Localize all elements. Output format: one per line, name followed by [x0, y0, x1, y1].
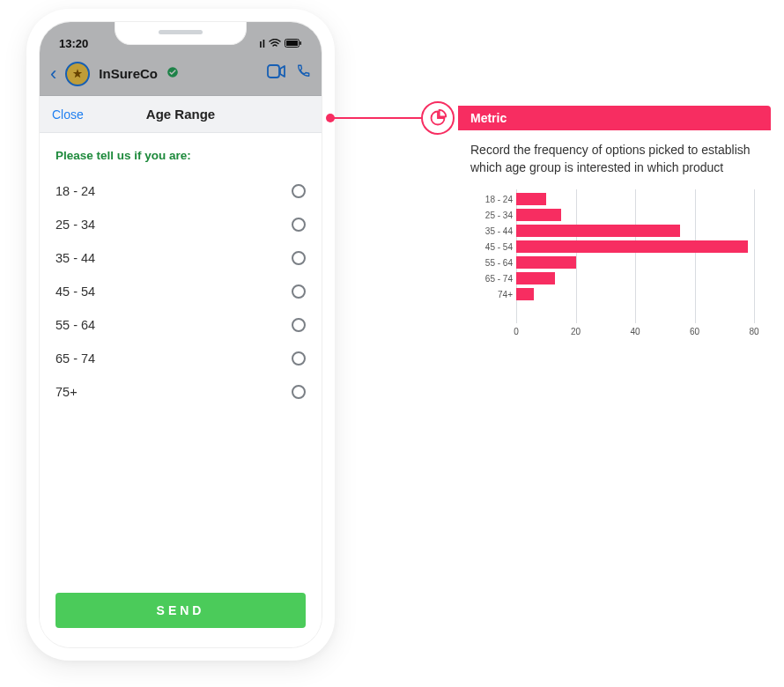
sheet-header: Close Age Range [40, 96, 322, 133]
chart-gridline [635, 189, 636, 323]
status-time: 13:20 [59, 37, 88, 50]
chart-plot-area [516, 189, 755, 323]
chart-x-tick: 80 [749, 326, 758, 339]
age-option[interactable]: 25 - 34 [55, 208, 306, 241]
age-option[interactable]: 35 - 44 [55, 241, 306, 275]
chart-y-tick: 25 - 34 [470, 210, 513, 223]
radio-icon[interactable] [292, 218, 306, 232]
metric-card-title: Metric [458, 106, 771, 130]
chart-y-tick: 65 - 74 [470, 273, 513, 286]
age-range-sheet: Close Age Range Please tell us if you ar… [40, 96, 322, 647]
phone-screen: 13:20 ıl ‹ InSureCo [39, 21, 322, 648]
metric-card-description: Record the frequency of options picked t… [470, 141, 758, 177]
svg-rect-1 [286, 41, 298, 46]
age-frequency-chart: 02040608018 - 2425 - 3435 - 4445 - 5455 … [470, 189, 758, 339]
age-option[interactable]: 45 - 54 [55, 275, 306, 308]
age-option[interactable]: 65 - 74 [55, 342, 306, 375]
chart-x-tick: 40 [630, 326, 640, 339]
chart-bar [516, 225, 680, 237]
radio-icon[interactable] [292, 318, 306, 332]
radio-icon[interactable] [292, 251, 306, 265]
phone-notch [115, 21, 247, 45]
verified-icon [166, 66, 179, 81]
chart-bar [516, 272, 555, 284]
chart-x-tick: 0 [514, 326, 519, 339]
back-button[interactable]: ‹ [50, 63, 56, 85]
sheet-title: Age Range [146, 107, 215, 122]
star-badge-icon [65, 62, 90, 86]
phone-call-icon[interactable] [295, 63, 311, 84]
nav-bar: ‹ InSureCo [40, 52, 322, 96]
chart-y-tick: 45 - 54 [470, 241, 513, 255]
chart-bar [516, 193, 546, 205]
chart-y-tick: 74+ [470, 289, 513, 302]
contact-name: InSureCo [99, 66, 158, 81]
cellular-icon: ıl [259, 38, 265, 50]
age-option[interactable]: 55 - 64 [55, 308, 306, 342]
radio-icon[interactable] [292, 385, 306, 399]
annotation-connector-line [333, 117, 430, 119]
radio-icon[interactable] [292, 351, 306, 366]
metric-card: Metric Record the frequency of options p… [458, 106, 771, 353]
chart-bar [516, 240, 748, 253]
video-call-icon[interactable] [267, 64, 286, 83]
age-option-label: 25 - 34 [55, 218, 95, 232]
pie-chart-icon [421, 101, 455, 135]
radio-icon[interactable] [292, 284, 306, 299]
svg-rect-4 [268, 65, 279, 78]
sheet-footer: SEND [40, 580, 322, 647]
chart-bar [516, 256, 576, 269]
annotation-anchor-dot [326, 114, 335, 122]
chart-y-tick: 18 - 24 [470, 194, 513, 207]
phone-frame: 13:20 ıl ‹ InSureCo [26, 9, 335, 661]
radio-icon[interactable] [292, 184, 306, 198]
age-option-label: 18 - 24 [55, 184, 95, 198]
battery-icon [285, 38, 302, 50]
close-button[interactable]: Close [52, 107, 84, 122]
chart-bar [516, 209, 561, 221]
age-option[interactable]: 75+ [55, 375, 306, 409]
chart-gridline [754, 189, 755, 323]
sheet-body: Please tell us if you are: 18 - 24 25 - … [40, 133, 322, 580]
status-icons: ıl [259, 38, 302, 50]
chart-y-tick: 35 - 44 [470, 225, 513, 239]
age-option-label: 35 - 44 [55, 251, 95, 265]
chart-y-tick: 55 - 64 [470, 257, 513, 270]
chart-gridline [695, 189, 696, 323]
chart-x-tick: 60 [690, 326, 699, 339]
age-option-label: 75+ [55, 385, 78, 399]
sheet-prompt: Please tell us if you are: [55, 149, 306, 162]
chart-x-tick: 20 [571, 326, 581, 339]
age-option-label: 65 - 74 [55, 351, 95, 366]
age-option-label: 45 - 54 [55, 284, 95, 299]
wifi-icon [269, 38, 281, 50]
age-option[interactable]: 18 - 24 [55, 174, 306, 208]
chart-bar [516, 288, 534, 300]
metric-card-body: Record the frequency of options picked t… [458, 130, 771, 353]
chart-gridline [576, 189, 577, 323]
svg-rect-2 [300, 41, 302, 45]
age-option-label: 55 - 64 [55, 318, 95, 332]
send-button[interactable]: SEND [55, 593, 306, 628]
